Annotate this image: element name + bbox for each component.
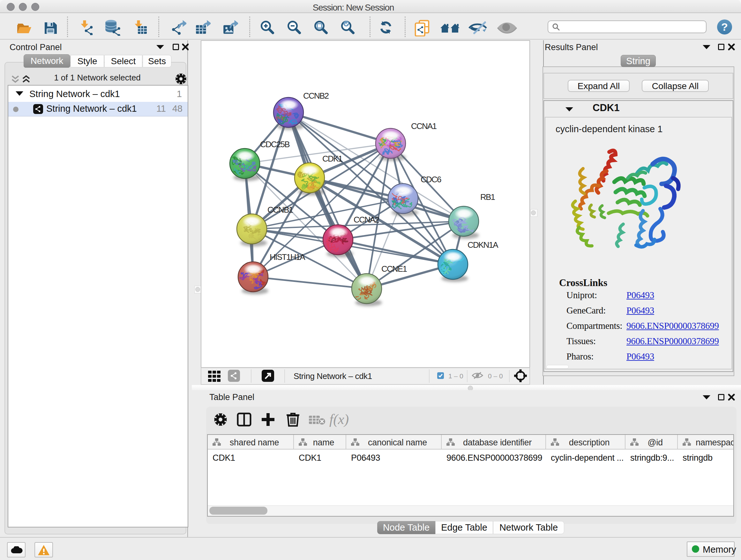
svg-text:CDC6: CDC6: [421, 175, 441, 184]
svg-text:CCNA1: CCNA1: [411, 121, 436, 131]
svg-text:CCNE1: CCNE1: [381, 264, 407, 273]
svg-text:HIST1H1A: HIST1H1A: [270, 252, 306, 262]
svg-text:CDKN1A: CDKN1A: [468, 240, 498, 250]
svg-text:CCNB2: CCNB2: [303, 91, 329, 101]
svg-text:CCNA2: CCNA2: [354, 215, 379, 225]
svg-text:CDK1: CDK1: [322, 154, 342, 164]
svg-text:RB1: RB1: [480, 192, 495, 202]
svg-text:CCNB1: CCNB1: [267, 205, 293, 214]
svg-text:CDC25B: CDC25B: [260, 139, 289, 149]
